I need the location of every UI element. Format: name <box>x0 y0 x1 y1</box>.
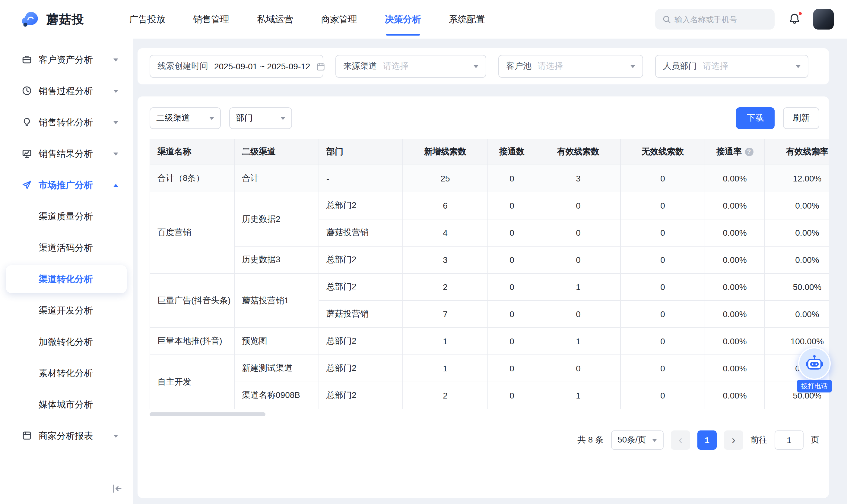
sidebar-item-material-conversion[interactable]: 素材转化分析 <box>6 359 127 387</box>
cell: 0.00% <box>705 273 765 301</box>
nav-item-private-domain[interactable]: 私域运营 <box>257 0 293 39</box>
nav-item-ads[interactable]: 广告投放 <box>129 0 165 39</box>
sidebar-item-channel-development[interactable]: 渠道开发分析 <box>6 296 127 324</box>
sidebar: 客户资产分析 销售过程分析 销售转化分析 销售结果分析 市场推广分析 <box>0 39 133 504</box>
table-row: 历史数据3 总部门2 3 0 0 0 0.00% 0.00% <box>150 246 829 273</box>
bell-icon[interactable] <box>788 12 802 26</box>
cell: 0 <box>536 355 620 382</box>
cell: 0 <box>620 219 705 246</box>
gear-icon[interactable] <box>811 146 822 157</box>
chevron-down-icon <box>467 65 478 68</box>
cell: 合计（8条） <box>150 165 234 192</box>
paper-plane-icon <box>22 180 33 191</box>
cell: 0.00% <box>705 192 765 219</box>
call-widget[interactable]: 拨打电话 <box>796 347 832 393</box>
sidebar-item-channel-livecode[interactable]: 渠道活码分析 <box>6 234 127 262</box>
table-row-total: 合计（8条） 合计 - 25 0 3 0 0.00% 12.00% <box>150 165 829 192</box>
col-header-new-leads: 新增线索数 <box>403 139 488 165</box>
source-channel-select[interactable]: 来源渠道 请选择 <box>335 55 486 78</box>
nav-item-sales[interactable]: 销售管理 <box>193 0 229 39</box>
cell: 蘑菇投营销 <box>319 301 403 328</box>
cell: 0.00% <box>705 219 765 246</box>
nav-item-merchant[interactable]: 商家管理 <box>321 0 357 39</box>
sidebar-item-media-city[interactable]: 媒体城市分析 <box>6 391 127 418</box>
collapse-sidebar-icon[interactable] <box>111 483 123 497</box>
sidebar-item-sales-results[interactable]: 销售结果分析 <box>6 140 127 167</box>
cell: 0 <box>488 219 536 246</box>
cell: 历史数据2 <box>234 192 319 246</box>
cell: 总部门2 <box>319 382 403 409</box>
notification-dot <box>798 12 802 16</box>
nav-item-decision-analysis[interactable]: 决策分析 <box>385 0 421 39</box>
dept-filter-placeholder: 请选择 <box>703 61 728 72</box>
cell: 0 <box>536 301 620 328</box>
nav-item-system-config[interactable]: 系统配置 <box>449 0 485 39</box>
prev-page-button[interactable]: ‹ <box>671 430 690 450</box>
clock-icon <box>22 86 33 96</box>
current-page-button[interactable]: 1 <box>698 430 717 450</box>
search-input[interactable] <box>655 9 775 30</box>
date-range-picker[interactable]: 线索创建时间 2025-09-01 ~ 2025-09-12 <box>149 55 323 78</box>
table-toolbar: 二级渠道 部门 下载 刷新 <box>149 107 829 129</box>
cell: 0.00% <box>765 192 829 219</box>
cell: 7 <box>403 301 488 328</box>
app-root: 蘑菇投 广告投放 销售管理 私域运营 商家管理 决策分析 系统配置 <box>0 0 847 504</box>
pool-filter-label: 客户池 <box>506 61 531 72</box>
scrollbar-thumb[interactable] <box>149 412 265 416</box>
sidebar-item-channel-quality[interactable]: 渠道质量分析 <box>6 202 127 230</box>
department-select[interactable]: 部门 <box>229 107 292 129</box>
sidebar-item-label: 销售转化分析 <box>39 116 93 128</box>
cell: 0 <box>488 165 536 192</box>
col-header-connected: 接通数 <box>488 139 536 165</box>
cell: 0.00% <box>705 355 765 382</box>
source-filter-placeholder: 请选择 <box>383 61 408 72</box>
customer-pool-select[interactable]: 客户池 请选择 <box>498 55 643 78</box>
question-icon[interactable]: ? <box>745 147 753 156</box>
chevron-down-icon <box>209 116 214 120</box>
page-unit-label: 页 <box>811 435 819 446</box>
sidebar-item-sales-conversion[interactable]: 销售转化分析 <box>6 109 127 136</box>
table-row: 自主开发 新建测试渠道 总部门2 1 0 0 0 0.00% 0.00% <box>150 355 829 382</box>
sidebar-item-market-promotion[interactable]: 市场推广分析 <box>6 171 127 199</box>
next-page-button[interactable]: › <box>724 430 743 450</box>
chevron-down-icon <box>790 65 800 68</box>
topbar: 蘑菇投 广告投放 销售管理 私域运营 商家管理 决策分析 系统配置 <box>0 0 847 39</box>
brand-name: 蘑菇投 <box>47 11 85 28</box>
sidebar-item-sales-process[interactable]: 销售过程分析 <box>6 77 127 105</box>
page-size-select[interactable]: 50条/页 <box>611 430 664 450</box>
goto-page-input[interactable] <box>775 430 804 450</box>
cell: 0 <box>620 382 705 409</box>
secondary-channel-select[interactable]: 二级渠道 <box>149 107 221 129</box>
chevron-down-icon <box>113 121 118 124</box>
col-header-department: 部门 <box>319 139 403 165</box>
cell: 0.00% <box>765 219 829 246</box>
cell: 0 <box>620 246 705 273</box>
table-row: 巨量本地推(抖音) 预览图 总部门2 1 0 1 0 0.00% 100.00% <box>150 328 829 355</box>
refresh-button[interactable]: 刷新 <box>783 107 819 129</box>
brand: 蘑菇投 <box>20 9 85 30</box>
pagination: 共 8 条 50条/页 ‹ 1 › 前往 页 <box>149 430 829 450</box>
cell: 0 <box>620 165 705 192</box>
cell: 3 <box>403 246 488 273</box>
chevron-down-icon <box>113 90 118 92</box>
cell: 蘑菇投营销 <box>319 219 403 246</box>
table-row: 渠道名称0908B 总部门2 2 0 1 0 0.00% 50.00% <box>150 382 829 409</box>
sidebar-item-label: 市场推广分析 <box>39 179 93 191</box>
sidebar-item-customer-assets[interactable]: 客户资产分析 <box>6 46 127 74</box>
cell: 0 <box>620 273 705 301</box>
sidebar-item-channel-conversion[interactable]: 渠道转化分析 <box>6 265 127 293</box>
sidebar-item-wechat-conversion[interactable]: 加微转化分析 <box>6 328 127 356</box>
cell: 巨量本地推(抖音) <box>150 328 234 355</box>
cell: - <box>319 165 403 192</box>
chevron-down-icon <box>652 438 657 442</box>
horizontal-scrollbar <box>149 412 829 416</box>
sidebar-item-merchant-reports[interactable]: 商家分析报表 <box>6 422 127 450</box>
logo-cloud-icon <box>20 9 41 30</box>
cell: 2 <box>403 382 488 409</box>
download-button[interactable]: 下载 <box>736 107 775 129</box>
user-avatar[interactable] <box>813 9 834 30</box>
cell: 12.00% <box>765 165 829 192</box>
cell: 1 <box>403 328 488 355</box>
staff-department-select[interactable]: 人员部门 请选择 <box>655 55 808 78</box>
table-zone: 渠道名称 二级渠道 部门 新增线索数 接通数 有效线索数 无效线索数 接通率? … <box>149 139 829 409</box>
